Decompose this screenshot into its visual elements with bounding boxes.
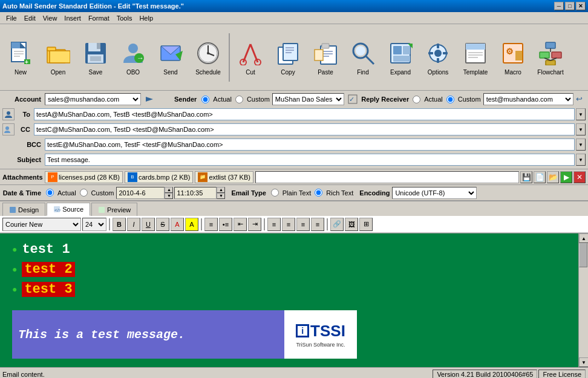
datetime-actual-radio[interactable] (46, 189, 54, 197)
menu-tools[interactable]: Tools (113, 13, 136, 23)
align-justify-button[interactable]: ≡ (311, 218, 324, 231)
sender-select[interactable]: MuShan Dao Sales (272, 93, 344, 105)
maximize-button[interactable]: □ (565, 2, 575, 10)
paste-button[interactable]: Paste (307, 27, 344, 88)
insert-table-button[interactable]: ⊞ (359, 218, 373, 231)
to-input[interactable] (34, 108, 575, 120)
align-right-button[interactable]: ≡ (296, 218, 310, 231)
macro-button[interactable]: ⚙ Macro (495, 27, 531, 88)
attach-delete-btn[interactable]: ✕ (573, 171, 586, 183)
encoding-select[interactable]: Unicode (UTF-8) (392, 187, 477, 199)
reply-custom-radio[interactable] (446, 96, 454, 103)
plain-text-radio[interactable] (271, 189, 279, 197)
paste-icon (311, 39, 340, 68)
insert-image-button[interactable]: 🖼 (345, 218, 358, 231)
bold-button[interactable]: B (113, 218, 126, 231)
time-input[interactable] (174, 187, 217, 199)
toolbar-separator-1 (229, 33, 230, 82)
strikethrough-button[interactable]: S (156, 218, 169, 231)
expand-button[interactable]: Expand (382, 27, 419, 88)
unordered-list-button[interactable]: •≡ (219, 218, 232, 231)
time-up-arrow[interactable]: ▲ (217, 187, 225, 193)
flowchart-button[interactable]: Flowchart (532, 27, 569, 88)
svg-line-43 (366, 56, 374, 64)
bcc-input[interactable] (45, 138, 575, 151)
vertical-scrollbar[interactable]: ▲ ▼ (578, 233, 588, 367)
tab-preview[interactable]: Preview (91, 203, 137, 216)
scroll-up-arrow[interactable]: ▲ (579, 233, 588, 243)
new-label: New (15, 69, 27, 76)
rich-text-radio[interactable] (315, 189, 322, 197)
sender-custom-radio[interactable] (235, 96, 243, 103)
align-left-button[interactable]: ≡ (267, 218, 281, 231)
menu-view[interactable]: View (39, 13, 61, 23)
reply-select[interactable]: test@mushandao.com (483, 93, 573, 105)
cc-input[interactable] (34, 123, 575, 135)
italic-button[interactable]: I (127, 218, 140, 231)
to-scroll[interactable]: ▼ (576, 108, 586, 120)
date-down-arrow[interactable]: ▼ (165, 193, 173, 199)
attach-folder-btn[interactable]: 📂 (547, 171, 559, 183)
schedule-button[interactable]: Schedule (190, 27, 226, 88)
template-button[interactable]: Template (457, 27, 494, 88)
account-select[interactable]: sales@mushandao.com (45, 93, 141, 105)
date-input[interactable] (116, 187, 165, 199)
minimize-button[interactable]: ─ (554, 2, 564, 10)
scroll-thumb[interactable] (579, 243, 587, 267)
cut-button[interactable]: Cut (232, 27, 269, 88)
macro-label: Macro (505, 69, 521, 76)
insert-link-button[interactable]: 🔗 (330, 218, 344, 231)
scroll-track[interactable] (579, 243, 588, 357)
menu-edit[interactable]: Edit (21, 13, 39, 23)
time-down-arrow[interactable]: ▼ (217, 193, 225, 199)
tab-source[interactable]: </> Source (47, 203, 90, 216)
sender-actual-radio[interactable] (201, 96, 209, 103)
obo-button[interactable]: → OBO (115, 27, 151, 88)
date-up-arrow[interactable]: ▲ (165, 187, 173, 193)
format-sep-4 (327, 218, 328, 230)
attachment-1[interactable]: P licenses.psd (28 KB) (45, 171, 123, 183)
copy-button[interactable]: Copy (270, 27, 306, 88)
decrease-indent-button[interactable]: ⇤ (234, 218, 247, 231)
font-select[interactable]: Courier New Arial Times New Roman (2, 218, 81, 231)
highlight-button[interactable]: A (185, 218, 198, 231)
title-bar: Auto Mail Sender Standard Edition - Edit… (0, 0, 588, 12)
datetime-actual-label: Actual (57, 189, 76, 197)
subject-scroll[interactable]: ▼ (576, 154, 586, 166)
attach-save-btn[interactable]: 💾 (520, 171, 532, 183)
align-center-button[interactable]: ≡ (282, 218, 295, 231)
editor-canvas[interactable]: ● test 1 ● test 2 ● test 3 This is a tes… (0, 233, 578, 367)
size-select[interactable]: 24 12 14 18 (82, 218, 106, 231)
menu-help[interactable]: Help (136, 13, 157, 23)
svg-rect-46 (393, 46, 402, 54)
subject-input[interactable] (45, 154, 575, 166)
attach-add-btn[interactable]: 📄 (534, 171, 546, 183)
menu-file[interactable]: File (2, 13, 21, 23)
font-color-button[interactable]: A (171, 218, 184, 231)
ordered-list-button[interactable]: ≡ (204, 218, 218, 231)
attach-play-btn[interactable]: ▶ (560, 171, 572, 183)
datetime-custom-radio[interactable] (80, 189, 88, 197)
attachment-3[interactable]: 📁 extlist (37 KB) (195, 171, 253, 183)
svg-point-76 (5, 126, 9, 130)
menu-format[interactable]: Format (85, 13, 113, 23)
save-button[interactable]: Save (77, 27, 114, 88)
underline-button[interactable]: U (142, 218, 155, 231)
send-button[interactable]: Send (152, 27, 189, 88)
find-button[interactable]: Find (345, 27, 381, 88)
new-button[interactable]: + New (2, 27, 39, 88)
cc-scroll[interactable]: ▼ (576, 123, 586, 135)
close-button[interactable]: ✕ (576, 2, 586, 10)
scroll-down-arrow[interactable]: ▼ (579, 357, 588, 367)
menu-insert[interactable]: Insert (60, 13, 85, 23)
reply-actual-radio[interactable] (413, 96, 420, 103)
svg-text:⚙: ⚙ (506, 47, 514, 56)
attachment-2[interactable]: B cards.bmp (2 KB) (125, 171, 194, 183)
date-input-group: ▲ ▼ (116, 187, 173, 199)
increase-indent-button[interactable]: ⇥ (248, 218, 261, 231)
bcc-scroll[interactable]: ▼ (576, 138, 586, 151)
options-button[interactable]: Options (420, 27, 456, 88)
tab-design[interactable]: Design (2, 203, 45, 216)
open-button[interactable]: Open (40, 27, 76, 88)
paste-label: Paste (318, 69, 333, 76)
